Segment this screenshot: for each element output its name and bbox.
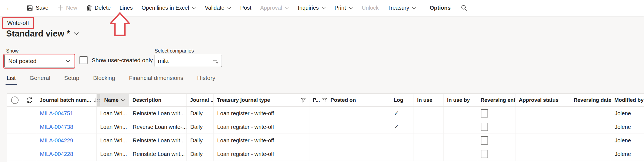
toolbar-item-open-lines-in-excel[interactable]: Open lines in Excel bbox=[137, 0, 200, 16]
table-row[interactable]: MILA-004228Loan Wri...Reinstate Loan wri… bbox=[7, 147, 644, 161]
cell-text: Loan register - write-off bbox=[217, 137, 274, 144]
cell-journal_batch_number: MILA-004229 bbox=[36, 134, 97, 147]
column-header-label: Name bbox=[104, 97, 119, 103]
tab-blocking[interactable]: Blocking bbox=[93, 75, 116, 85]
back-button[interactable]: ← bbox=[3, 4, 17, 12]
tab-history[interactable]: History bbox=[197, 75, 216, 85]
show-dropdown-value: Not posted bbox=[8, 58, 37, 64]
column-header-label: Journal batch num... bbox=[40, 97, 91, 103]
column-header-modified_by[interactable]: Modified by bbox=[611, 94, 644, 106]
search-icon bbox=[461, 4, 468, 11]
cell-journal_batch_number: MILA-004228 bbox=[36, 147, 97, 161]
filter-funnel-icon[interactable] bbox=[301, 98, 306, 103]
column-header-posted[interactable]: P... bbox=[309, 94, 327, 106]
toolbar-separator bbox=[423, 4, 423, 12]
select-all-radio[interactable] bbox=[11, 96, 19, 104]
view-title: Standard view * bbox=[6, 29, 70, 39]
cell-text: Reverse Loan write-... bbox=[133, 124, 187, 130]
reversing-entry-checkbox[interactable] bbox=[481, 109, 488, 117]
column-drag-grip[interactable]: :: bbox=[97, 94, 100, 106]
table-row[interactable]: MILA-004229Loan Wri...Reinstate Loan wri… bbox=[7, 134, 644, 147]
write-off-journal-page: ← SaveNewDeleteLinesOpen lines in ExcelV… bbox=[0, 0, 644, 162]
tab-setup[interactable]: Setup bbox=[63, 75, 80, 85]
toolbar-item-inquiries[interactable]: Inquiries bbox=[293, 0, 330, 16]
show-user-created-checkbox[interactable] bbox=[79, 56, 88, 64]
cell-description: Reinstate Loan writ... bbox=[129, 147, 187, 161]
cell-text: Daily bbox=[190, 151, 202, 157]
cell-text: Loan register - write-off bbox=[217, 110, 274, 117]
column-header-reversing_date[interactable]: Reversing date bbox=[570, 94, 611, 106]
cell-posted bbox=[309, 107, 327, 120]
table-row[interactable]: MILA-004738Loan Wri...Reverse Loan write… bbox=[7, 120, 644, 134]
toolbar-item-new: New bbox=[53, 0, 82, 16]
column-header-description[interactable]: Description bbox=[129, 94, 187, 106]
toolbar-item-post[interactable]: Post bbox=[236, 0, 256, 16]
checkmark-icon: ✓ bbox=[394, 110, 399, 117]
column-header-treasury_journal_type[interactable]: Treasury journal type bbox=[214, 94, 309, 106]
column-header-in_use[interactable]: In use bbox=[414, 94, 444, 106]
table-row[interactable]: MILA-004751Loan Wri...Reinstate Loan wri… bbox=[7, 107, 644, 120]
toolbar-item-label: Post bbox=[240, 5, 251, 11]
column-header-reversing_entry[interactable]: Reversing entry bbox=[477, 94, 515, 106]
chevron-down-icon bbox=[227, 7, 231, 9]
column-header-label: Approval status bbox=[519, 97, 559, 103]
toolbar-item-label: Open lines in Excel bbox=[142, 5, 189, 11]
tab-strip: ListGeneralSetupBlockingFinancial dimens… bbox=[6, 75, 216, 85]
cell-text: Jolene bbox=[615, 110, 631, 117]
cell-in_use_by bbox=[444, 120, 477, 134]
cell-posted_on bbox=[327, 107, 390, 120]
column-header-label: Reversing entry bbox=[481, 97, 515, 103]
show-filter-label: Show bbox=[6, 48, 19, 54]
column-header-label: Posted on bbox=[330, 97, 356, 103]
cell-treasury_journal_type: Loan register - write-off bbox=[214, 107, 309, 120]
cell-text: Loan Wri... bbox=[100, 137, 127, 144]
column-header-log[interactable]: Log bbox=[390, 94, 414, 106]
search-button[interactable] bbox=[455, 0, 473, 16]
reversing-entry-checkbox[interactable] bbox=[481, 136, 488, 145]
view-header[interactable]: Standard view * bbox=[6, 29, 79, 39]
select-companies-value: mila bbox=[158, 58, 169, 64]
reversing-entry-checkbox[interactable] bbox=[481, 123, 488, 131]
refresh-button[interactable] bbox=[23, 94, 36, 106]
tab-general[interactable]: General bbox=[29, 75, 51, 85]
column-header-posted_on[interactable]: Posted on bbox=[327, 94, 390, 106]
add-plus-icon[interactable] bbox=[213, 58, 219, 64]
filter-funnel-icon[interactable] bbox=[322, 98, 327, 103]
toolbar-item-print[interactable]: Print bbox=[330, 0, 357, 16]
cell-log bbox=[390, 134, 414, 147]
cell-journal: Daily bbox=[187, 134, 214, 147]
column-header-label: Treasury journal type bbox=[217, 97, 270, 103]
column-header-journal[interactable]: Journal ... bbox=[187, 94, 214, 106]
toolbar-item-save[interactable]: Save bbox=[22, 0, 53, 16]
journal-batch-link[interactable]: MILA-004751 bbox=[40, 110, 73, 117]
cell-reversing_entry bbox=[477, 107, 515, 120]
toolbar-item-label: Unlock bbox=[362, 5, 379, 11]
column-header-journal_batch_number[interactable]: Journal batch num... bbox=[36, 94, 97, 106]
cell-name: Loan Wri... bbox=[97, 134, 129, 147]
tab-list[interactable]: List bbox=[6, 75, 16, 85]
column-header-name[interactable]: ::Name bbox=[97, 94, 129, 106]
checkmark-icon: ✓ bbox=[394, 123, 399, 130]
toolbar-item-treasury[interactable]: Treasury bbox=[383, 0, 420, 16]
cell-text: Loan register - write-off bbox=[217, 151, 274, 157]
column-header-approval_status[interactable]: Approval status bbox=[515, 94, 570, 106]
toolbar-item-options[interactable]: Options bbox=[425, 0, 455, 16]
column-header-in_use_by[interactable]: In use by bbox=[444, 94, 477, 106]
cell-approval_status bbox=[515, 147, 570, 161]
reversing-entry-checkbox[interactable] bbox=[481, 150, 488, 158]
journal-batch-link[interactable]: MILA-004228 bbox=[40, 151, 73, 157]
cell-modified_by: Jolene bbox=[611, 120, 644, 134]
chevron-down-icon bbox=[412, 7, 416, 9]
journal-batch-link[interactable]: MILA-004738 bbox=[40, 124, 73, 130]
tab-financial-dimensions[interactable]: Financial dimensions bbox=[129, 75, 184, 85]
cell-text: Loan Wri... bbox=[100, 124, 127, 130]
cell-posted_on bbox=[327, 120, 390, 134]
select-companies-input[interactable]: mila bbox=[155, 55, 222, 67]
toolbar-item-validate[interactable]: Validate bbox=[200, 0, 236, 16]
cell-approval_status bbox=[515, 134, 570, 147]
column-header-select[interactable] bbox=[7, 94, 23, 106]
show-dropdown[interactable]: Not posted bbox=[4, 55, 74, 67]
toolbar-item-label: Treasury bbox=[388, 5, 409, 11]
journal-batch-link[interactable]: MILA-004229 bbox=[40, 137, 73, 144]
annotation-arrow-up-icon bbox=[109, 12, 131, 36]
